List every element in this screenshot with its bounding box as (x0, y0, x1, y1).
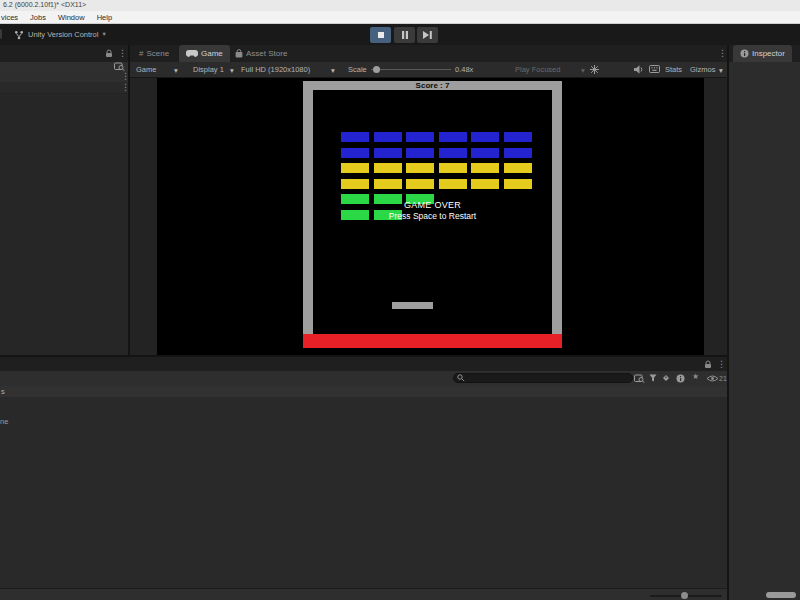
window-title: 6.2 (6000.2.10f1)* <DX11> (3, 1, 86, 8)
mute-audio-icon[interactable] (634, 65, 644, 74)
chevron-down-icon: ▾ (174, 67, 178, 75)
main-toolbar: Unity Version Control ▾ (0, 24, 800, 46)
tab-asset-store[interactable]: Asset Store (228, 45, 294, 62)
game-aspect-menu[interactable]: Game (136, 65, 156, 74)
brick (504, 179, 532, 189)
chevron-down-icon: ▾ (581, 67, 585, 75)
tab-scene[interactable]: # Scene (132, 45, 176, 62)
menu-item-services[interactable]: vices (0, 13, 24, 22)
step-button[interactable] (417, 27, 438, 43)
version-control-icon (14, 30, 24, 40)
brick (471, 179, 499, 189)
hidden-count: 21 (719, 375, 727, 382)
project-kebab-icon[interactable]: ⋮ (717, 360, 726, 369)
pause-icon (401, 31, 409, 39)
chevron-down-icon: ▾ (230, 67, 234, 75)
paddle (392, 302, 433, 309)
project-subheader-row[interactable]: s (0, 386, 727, 397)
gamepad-icon (186, 50, 198, 57)
brick (406, 179, 434, 189)
brick (504, 132, 532, 142)
vsync-burst-icon[interactable] (590, 65, 599, 74)
version-control-button[interactable]: Unity Version Control ▾ (14, 27, 106, 42)
tab-scene-label: Scene (146, 49, 169, 58)
scale-value: 0.48x (455, 65, 473, 74)
search-input[interactable] (467, 374, 629, 382)
menu-item-help[interactable]: Help (91, 13, 118, 22)
brick (374, 163, 402, 173)
search-icon (457, 374, 465, 382)
lock-icon[interactable] (704, 360, 712, 369)
brick (374, 132, 402, 142)
keyboard-grid-icon[interactable] (649, 65, 660, 73)
brick (504, 148, 532, 158)
menu-item-window[interactable]: Window (52, 13, 91, 22)
brick (439, 163, 467, 173)
chevron-down-icon: ▾ (719, 67, 723, 75)
clipped-toolbar-icon (0, 29, 2, 39)
search-field[interactable] (453, 373, 633, 383)
unity-editor-window: 6.2 (6000.2.10f1)* <DX11> vices Jobs Win… (0, 0, 800, 600)
play-focused-menu[interactable]: Play Focused (515, 65, 560, 74)
brick (374, 179, 402, 189)
tab-game[interactable]: Game (179, 45, 230, 62)
favorites-star-icon[interactable]: ★ (692, 373, 699, 381)
panel-divider[interactable] (0, 355, 727, 357)
panel-divider[interactable] (128, 45, 130, 355)
filter-funnel-icon[interactable] (649, 374, 657, 382)
game-over-subtitle: Press Space to Restart (303, 211, 562, 221)
hierarchy-kebab-icon[interactable]: ⋮ (118, 49, 127, 58)
menu-bar: vices Jobs Window Help (0, 11, 800, 24)
game-view-toolbar: Game ▾ Display 1 ▾ Full HD (1920x1080) ▾… (130, 62, 727, 78)
gizmos-menu[interactable]: Gizmos (690, 65, 715, 74)
game-over-text: GAME OVER Press Space to Restart (303, 200, 562, 221)
stats-toggle[interactable]: Stats (665, 65, 682, 74)
scale-slider-knob[interactable] (373, 66, 380, 73)
scale-label: Scale (348, 65, 367, 74)
brick (341, 148, 369, 158)
thumbnail-size-slider-knob[interactable] (681, 592, 688, 599)
brick (374, 148, 402, 158)
panel-divider[interactable] (727, 45, 729, 600)
version-control-label: Unity Version Control (28, 30, 98, 39)
brick (439, 148, 467, 158)
search-in-box-icon[interactable] (634, 374, 645, 383)
menu-item-jobs[interactable]: Jobs (24, 13, 52, 22)
scrollbar-handle[interactable] (766, 592, 796, 598)
eye-icon[interactable] (707, 375, 718, 382)
scene-icon: # (139, 49, 143, 58)
shopping-bag-icon (235, 49, 243, 58)
info-circle-icon[interactable] (676, 374, 685, 383)
brick (406, 163, 434, 173)
brick (439, 179, 467, 189)
tab-inspector[interactable]: Inspector (733, 45, 792, 62)
brick (439, 132, 467, 142)
breakout-game: Score : 7 GAME OVER Press Space to Resta… (303, 81, 562, 348)
game-panel-kebab-icon[interactable]: ⋮ (718, 49, 727, 58)
hierarchy-row-item[interactable]: ⋮ (0, 82, 128, 94)
brick (471, 132, 499, 142)
play-stop-button[interactable] (370, 27, 391, 43)
brick (406, 148, 434, 158)
lock-icon[interactable] (105, 49, 113, 58)
tab-strip: ⋮ # Scene Game Asset Store ⋮ Inspector (0, 45, 800, 62)
search-in-box-icon[interactable] (114, 62, 125, 71)
brick (504, 163, 532, 173)
game-over-title: GAME OVER (303, 200, 562, 210)
project-tab-bar: ⋮ (0, 357, 727, 371)
inspector-panel (729, 62, 800, 600)
scale-slider-track[interactable] (371, 69, 451, 70)
brick (471, 148, 499, 158)
subheader-fragment: s (0, 387, 5, 396)
resolution-menu[interactable]: Full HD (1920x1080) (241, 65, 310, 74)
hierarchy-panel: ⋮ ⋮ (0, 62, 128, 355)
pause-button[interactable] (394, 27, 415, 43)
tab-asset-store-label: Asset Store (246, 49, 287, 58)
project-bottom-bar (0, 588, 727, 600)
stop-icon (378, 32, 384, 38)
clipped-item-label: ne (0, 417, 8, 426)
brick (341, 179, 369, 189)
label-tag-icon[interactable] (662, 374, 670, 382)
project-toolbar: ★ 21 (0, 371, 727, 386)
display-menu[interactable]: Display 1 (193, 65, 224, 74)
